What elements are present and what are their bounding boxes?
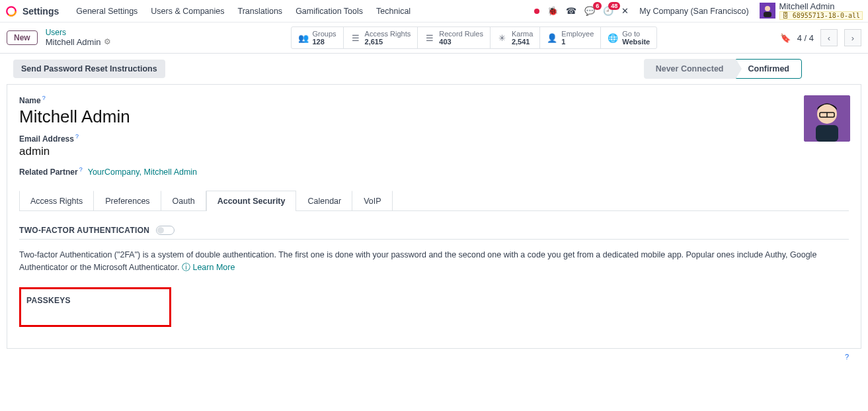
name-field[interactable]: Mitchell Admin bbox=[19, 107, 849, 127]
partner-link[interactable]: YourCompany, Mitchell Admin bbox=[88, 167, 197, 178]
new-button[interactable]: New bbox=[7, 30, 38, 45]
menu-gamification[interactable]: Gamification Tools bbox=[289, 7, 370, 16]
list-icon: ☰ bbox=[350, 33, 361, 43]
tab-account-security[interactable]: Account Security bbox=[206, 191, 297, 211]
gear-icon[interactable]: ⚙ bbox=[104, 38, 111, 47]
tab-calendar[interactable]: Calendar bbox=[296, 191, 352, 211]
notebook-tabs: Access Rights Preferences Oauth Account … bbox=[19, 190, 849, 211]
globe-icon: 🌐 bbox=[608, 33, 618, 43]
twofa-section-header: TWO-FACTOR AUTHENTICATION bbox=[19, 226, 849, 240]
control-panel: New Users Mitchell Admin ⚙ 👥Groups128 ☰A… bbox=[0, 23, 868, 54]
app-logo-icon[interactable] bbox=[5, 5, 17, 17]
activities-icon[interactable]: 🕘48 bbox=[603, 6, 613, 16]
pager-text[interactable]: 4 / 4 bbox=[797, 33, 814, 43]
breadcrumb-current: Mitchell Admin bbox=[46, 38, 101, 48]
twofa-toggle[interactable] bbox=[156, 226, 175, 235]
employee-icon: 👤 bbox=[547, 33, 557, 43]
stat-karma[interactable]: ✳Karma2,541 bbox=[491, 27, 540, 48]
form-sheet: Name? Mitchell Admin Email Address? admi… bbox=[7, 84, 861, 349]
user-menu[interactable]: Mitchell Admin 🗄 68955713-18-0-all bbox=[756, 2, 863, 20]
tab-preferences[interactable]: Preferences bbox=[94, 191, 161, 211]
help-icon[interactable]: ? bbox=[845, 353, 849, 361]
top-navbar: Settings General Settings Users & Compan… bbox=[0, 0, 868, 23]
partner-label: Related Partner? bbox=[19, 167, 83, 177]
messaging-icon[interactable]: 💬6 bbox=[584, 6, 595, 16]
user-avatar-icon bbox=[760, 3, 775, 19]
pager-next-button[interactable]: › bbox=[844, 29, 861, 46]
menu-general-settings[interactable]: General Settings bbox=[69, 7, 144, 16]
debug-icon[interactable]: 🐞 bbox=[547, 6, 558, 16]
name-label: Name? bbox=[19, 96, 46, 105]
stat-buttons: 👥Groups128 ☰Access Rights2,615 ☰Record R… bbox=[291, 26, 658, 49]
record-indicator-icon[interactable] bbox=[534, 9, 539, 14]
help-icon[interactable]: ? bbox=[79, 166, 83, 173]
svg-rect-9 bbox=[816, 125, 838, 142]
svg-rect-4 bbox=[764, 12, 771, 17]
tab-access-rights[interactable]: Access Rights bbox=[19, 191, 94, 211]
passkeys-section-header: PASSKEYS bbox=[26, 296, 164, 305]
menu-technical[interactable]: Technical bbox=[370, 7, 417, 16]
help-icon[interactable]: ? bbox=[75, 133, 79, 140]
menu-users-companies[interactable]: Users & Companies bbox=[144, 7, 231, 16]
activities-badge: 48 bbox=[608, 2, 620, 10]
user-name-label: Mitchell Admin bbox=[779, 2, 863, 11]
stat-record-rules[interactable]: ☰Record Rules403 bbox=[418, 27, 491, 48]
help-icon[interactable]: ? bbox=[42, 95, 46, 101]
tools-icon[interactable]: ✕ bbox=[621, 6, 629, 16]
send-password-reset-button[interactable]: Send Password Reset Instructions bbox=[13, 60, 165, 78]
pager: 🔖 4 / 4 ‹ › bbox=[780, 29, 861, 46]
status-confirmed[interactable]: Confirmed bbox=[736, 59, 803, 79]
stat-groups[interactable]: 👥Groups128 bbox=[292, 27, 344, 48]
db-name-label: 🗄 68955713-18-0-all bbox=[779, 11, 863, 20]
company-switcher[interactable]: My Company (San Francisco) bbox=[639, 7, 748, 16]
passkeys-highlight: PASSKEYS bbox=[19, 287, 171, 327]
info-icon: ⓘ bbox=[182, 263, 192, 272]
stat-access-rights[interactable]: ☰Access Rights2,615 bbox=[344, 27, 418, 48]
learn-more-link[interactable]: Learn More bbox=[192, 263, 235, 272]
messaging-badge: 6 bbox=[593, 2, 602, 10]
karma-icon: ✳ bbox=[497, 33, 508, 43]
twofa-description: Two-factor Authentication ("2FA") is a s… bbox=[19, 249, 849, 274]
breadcrumb-parent[interactable]: Users bbox=[46, 28, 111, 38]
status-bar: Never Connected Confirmed bbox=[644, 59, 802, 79]
tab-oauth[interactable]: Oauth bbox=[161, 191, 206, 211]
groups-icon: 👥 bbox=[298, 33, 309, 43]
tray-icon[interactable]: ☎ bbox=[566, 6, 576, 16]
pager-prev-button[interactable]: ‹ bbox=[820, 29, 838, 46]
app-title[interactable]: Settings bbox=[22, 6, 59, 17]
menu-translations[interactable]: Translations bbox=[231, 7, 290, 16]
email-field[interactable]: admin bbox=[19, 145, 849, 158]
bookmark-icon[interactable]: 🔖 bbox=[780, 33, 791, 43]
stat-website[interactable]: 🌐Go toWebsite bbox=[601, 27, 656, 48]
svg-point-3 bbox=[765, 6, 770, 11]
list-icon: ☰ bbox=[424, 33, 435, 43]
stat-employee[interactable]: 👤Employee1 bbox=[540, 27, 601, 48]
email-label: Email Address? bbox=[19, 134, 79, 144]
user-avatar-large[interactable] bbox=[804, 95, 850, 142]
tab-voip[interactable]: VoIP bbox=[352, 191, 392, 211]
breadcrumb: Users Mitchell Admin ⚙ bbox=[46, 28, 111, 48]
status-row: Send Password Reset Instructions Never C… bbox=[7, 54, 861, 79]
status-never-connected[interactable]: Never Connected bbox=[644, 59, 736, 79]
